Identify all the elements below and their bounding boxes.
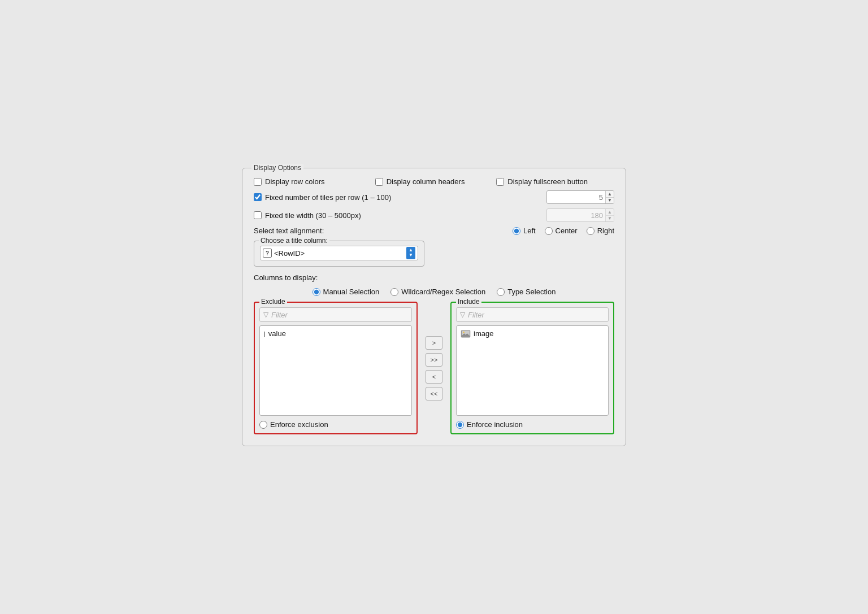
tiles-up-arrow[interactable]: ▲ <box>606 191 614 198</box>
image-icon <box>461 330 471 338</box>
width-spinner[interactable]: 180 ▲ ▼ <box>546 208 614 222</box>
tiles-spinner[interactable]: 5 ▲ ▼ <box>546 190 614 204</box>
exclude-item-label: value <box>268 329 286 338</box>
top-checkboxes-row: Display row colors Display column header… <box>254 177 614 186</box>
fixed-width-label: Fixed tile width (30 – 5000px) <box>265 211 361 220</box>
enforce-exclusion-row: Enforce exclusion <box>259 420 412 429</box>
fixed-tiles-label: Fixed number of tiles per row (1 – 100) <box>265 193 391 202</box>
include-filter-placeholder: Filter <box>468 311 484 319</box>
include-panel: Include ▽ Filter image <box>450 302 614 434</box>
transfer-left-all-button[interactable]: << <box>426 387 442 400</box>
display-options-panel: Display Options Display row colors Displ… <box>242 168 626 446</box>
transfer-right-button[interactable]: > <box>426 336 442 350</box>
display-row-colors-label: Display row colors <box>265 177 324 186</box>
alignment-center[interactable]: Center <box>545 227 578 235</box>
question-mark: ? <box>266 250 269 256</box>
display-row-colors-checkbox[interactable]: Display row colors <box>254 177 372 186</box>
tiles-spinner-arrows[interactable]: ▲ ▼ <box>605 191 614 203</box>
alignment-options: Left Center Right <box>513 227 614 235</box>
columns-label: Columns to display: <box>254 273 614 282</box>
display-column-headers-input[interactable] <box>375 178 383 186</box>
alignment-row: Select text alignment: Left Center Right <box>254 227 614 235</box>
wildcard-selection-radio-label[interactable]: Wildcard/Regex Selection <box>390 288 485 296</box>
enforce-inclusion-row: Enforce inclusion <box>456 420 609 429</box>
display-row-colors-input[interactable] <box>254 178 262 186</box>
include-filter[interactable]: ▽ Filter <box>456 307 609 322</box>
transfer-right-icon: > <box>432 339 436 346</box>
tiles-value: 5 <box>547 193 605 202</box>
fixed-tiles-checkbox[interactable]: Fixed number of tiles per row (1 – 100) <box>254 193 391 202</box>
fixed-width-checkbox[interactable]: Fixed tile width (30 – 5000px) <box>254 211 361 220</box>
title-column-value: <RowID> <box>274 249 305 258</box>
transfer-buttons: > >> < << <box>423 302 445 434</box>
wildcard-selection-label: Wildcard/Regex Selection <box>401 288 485 296</box>
transfer-left-button[interactable]: < <box>426 370 442 384</box>
enforce-exclusion-text: Enforce exclusion <box>270 420 328 429</box>
selection-mode-row: Manual Selection Wildcard/Regex Selectio… <box>254 288 614 296</box>
title-column-select[interactable]: ? <RowID> ▲ ▼ <box>260 246 418 260</box>
exclude-list-box[interactable]: | value <box>259 325 412 416</box>
svg-rect-4 <box>462 336 470 336</box>
svg-point-3 <box>463 332 465 333</box>
include-title: Include <box>456 298 481 306</box>
exclude-list-item-value[interactable]: | value <box>262 328 409 339</box>
transfer-left-all-icon: << <box>431 390 438 397</box>
display-column-headers-checkbox[interactable]: Display column headers <box>375 177 493 186</box>
type-selection-label: Type Selection <box>507 288 555 296</box>
enforce-exclusion-label[interactable]: Enforce exclusion <box>259 420 328 429</box>
row-id-icon: ? <box>263 249 272 258</box>
include-list-box[interactable]: image <box>456 325 609 416</box>
transfer-right-all-icon: >> <box>431 356 438 363</box>
dual-panel: Exclude ▽ Filter | value Enforce exclusi… <box>254 302 614 434</box>
panel-title: Display Options <box>251 164 303 172</box>
include-funnel-icon: ▽ <box>460 311 465 319</box>
exclude-filter[interactable]: ▽ Filter <box>259 307 412 322</box>
type-selection-radio[interactable] <box>497 288 505 296</box>
tiles-down-arrow[interactable]: ▼ <box>606 198 614 204</box>
alignment-center-label: Center <box>555 227 578 235</box>
display-fullscreen-button-label: Display fullscreen button <box>507 177 588 186</box>
fixed-width-input[interactable] <box>254 211 262 219</box>
include-list-item-image[interactable]: image <box>459 328 606 339</box>
alignment-right-label: Right <box>597 227 614 235</box>
display-fullscreen-button-input[interactable] <box>496 178 504 186</box>
alignment-left-radio[interactable] <box>513 227 520 235</box>
alignment-right-radio[interactable] <box>587 227 594 235</box>
alignment-left-label: Left <box>523 227 536 235</box>
enforce-inclusion-label[interactable]: Enforce inclusion <box>456 420 523 429</box>
title-column-arrows[interactable]: ▲ ▼ <box>406 247 415 259</box>
display-column-headers-label: Display column headers <box>387 177 465 186</box>
display-fullscreen-button-checkbox[interactable]: Display fullscreen button <box>496 177 614 186</box>
width-value: 180 <box>547 211 605 220</box>
enforce-inclusion-text: Enforce inclusion <box>467 420 523 429</box>
cursor-icon: | <box>264 330 266 337</box>
transfer-right-all-button[interactable]: >> <box>426 353 442 367</box>
width-spinner-arrows[interactable]: ▲ ▼ <box>605 209 614 221</box>
fixed-tiles-row: Fixed number of tiles per row (1 – 100) … <box>254 190 614 204</box>
exclude-funnel-icon: ▽ <box>263 311 268 319</box>
alignment-center-radio[interactable] <box>545 227 553 235</box>
transfer-left-icon: < <box>432 373 436 380</box>
exclude-filter-placeholder: Filter <box>271 311 288 319</box>
alignment-label: Select text alignment: <box>254 227 324 235</box>
fixed-width-row: Fixed tile width (30 – 5000px) 180 ▲ ▼ <box>254 208 614 222</box>
manual-selection-radio-label[interactable]: Manual Selection <box>313 288 380 296</box>
enforce-exclusion-radio[interactable] <box>259 421 267 429</box>
wildcard-selection-radio[interactable] <box>390 288 398 296</box>
alignment-right[interactable]: Right <box>587 227 614 235</box>
manual-selection-radio[interactable] <box>313 288 320 296</box>
width-down-arrow[interactable]: ▼ <box>606 216 614 222</box>
exclude-panel: Exclude ▽ Filter | value Enforce exclusi… <box>254 302 418 434</box>
title-down-arrow[interactable]: ▼ <box>409 253 413 258</box>
fixed-tiles-input[interactable] <box>254 193 262 201</box>
include-item-label: image <box>474 329 493 338</box>
title-column-legend: Choose a title column: <box>259 237 329 245</box>
title-column-group: Choose a title column: ? <RowID> ▲ ▼ <box>254 241 424 267</box>
type-selection-radio-label[interactable]: Type Selection <box>497 288 555 296</box>
alignment-left[interactable]: Left <box>513 227 536 235</box>
manual-selection-label: Manual Selection <box>323 288 380 296</box>
enforce-inclusion-radio[interactable] <box>456 421 464 429</box>
width-up-arrow[interactable]: ▲ <box>606 209 614 216</box>
exclude-title: Exclude <box>259 298 287 306</box>
